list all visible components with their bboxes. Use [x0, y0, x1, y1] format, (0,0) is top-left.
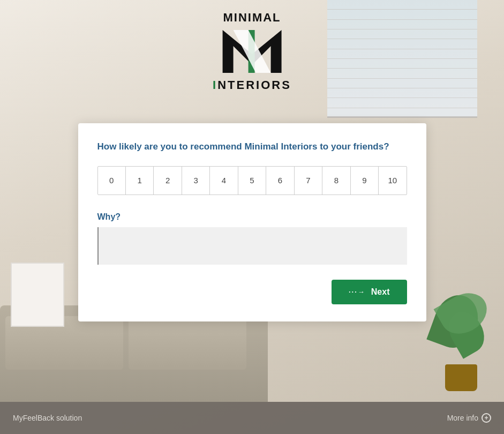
logo-minimal-text: MINIMAL [223, 11, 281, 25]
sofa-cushion [129, 316, 246, 370]
blind-slat [327, 10, 477, 19]
more-info-button[interactable]: More info + [447, 413, 491, 423]
nps-cell-9[interactable]: 9 [351, 167, 379, 194]
nps-cell-1[interactable]: 1 [126, 167, 154, 194]
nps-cell-2[interactable]: 2 [154, 167, 182, 194]
nps-cell-4[interactable]: 4 [210, 167, 238, 194]
plant-bg [429, 284, 493, 391]
blind-slat [327, 20, 477, 29]
logo-interiors-text: INTERIORS [213, 78, 291, 92]
next-button-arrows: ···→ [349, 288, 366, 296]
next-button-label: Next [371, 287, 390, 297]
nps-scale: 0 1 2 3 4 5 6 7 8 9 10 [97, 166, 407, 195]
nps-cell-3[interactable]: 3 [182, 167, 210, 194]
nps-cell-6[interactable]: 6 [266, 167, 294, 194]
footer-bar: MyFeelBack solution More info + [0, 402, 504, 434]
why-label: Why? [97, 212, 407, 222]
nps-cell-7[interactable]: 7 [295, 167, 322, 194]
nps-cell-8[interactable]: 8 [322, 167, 350, 194]
blind-slat [327, 108, 477, 118]
survey-card: How likely are you to recommend Minimal … [78, 123, 426, 321]
blinds [327, 0, 477, 118]
next-btn-container: ···→ Next [97, 280, 407, 304]
logo-i-green: I [213, 78, 217, 92]
next-button[interactable]: ···→ Next [332, 280, 407, 304]
nps-cell-5[interactable]: 5 [238, 167, 266, 194]
footer-solution-text: MyFeelBack solution [13, 414, 82, 422]
blind-slat [327, 0, 477, 10]
blind-slat [327, 59, 477, 69]
blind-slat [327, 39, 477, 49]
logo-nteriors: NTERIORS [217, 78, 291, 92]
nps-cell-0[interactable]: 0 [98, 167, 126, 194]
logo-m-graphic [217, 25, 287, 78]
blind-slat [327, 98, 477, 108]
why-input[interactable] [97, 227, 407, 265]
blind-slat [327, 29, 477, 39]
logo-container: MINIMAL INTERIORS [213, 11, 291, 92]
blind-slat [327, 88, 477, 98]
more-info-icon: + [482, 413, 491, 423]
blind-slat [327, 49, 477, 59]
nps-cell-10[interactable]: 10 [379, 167, 406, 194]
survey-question: How likely are you to recommend Minimal … [97, 140, 407, 153]
blind-slat [327, 79, 477, 88]
plant-pot [445, 364, 477, 391]
blind-slat [327, 69, 477, 78]
table-bg [11, 263, 64, 327]
more-info-text: More info [447, 414, 478, 422]
